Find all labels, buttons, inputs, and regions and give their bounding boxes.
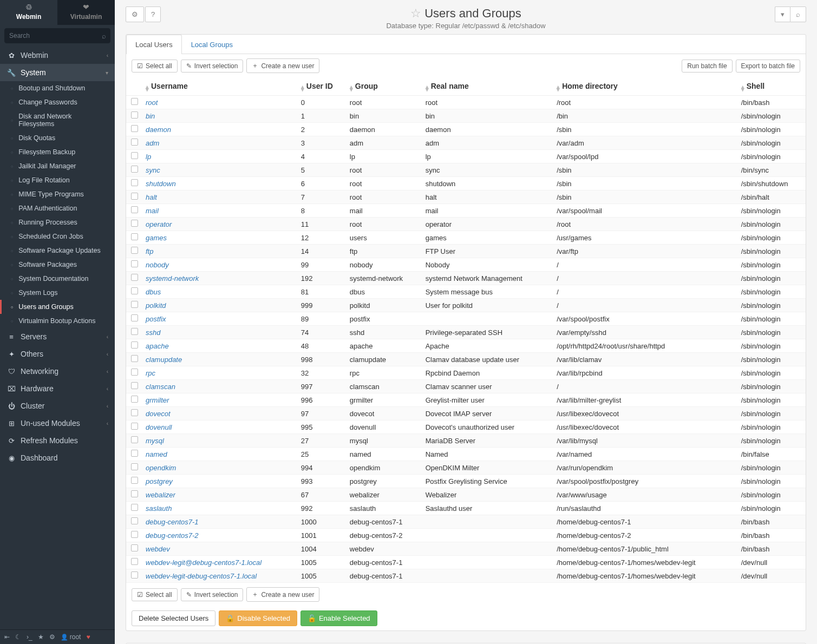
create-user-button[interactable]: ＋Create a new user [246,58,319,73]
heart-icon[interactable]: ♥ [86,633,90,641]
sidebar-search-input[interactable] [4,28,110,43]
row-checkbox[interactable] [131,463,138,470]
row-checkbox[interactable] [131,490,138,497]
column-header-real-name[interactable]: ▴▾Real name [422,77,553,96]
row-checkbox[interactable] [131,423,138,430]
select-all-button[interactable]: ☑Select all [132,60,178,73]
nav-sub-item-scheduled-cron-jobs[interactable]: Scheduled Cron Jobs [0,229,115,244]
row-checkbox[interactable] [131,558,138,565]
nav-sub-item-system-documentation[interactable]: System Documentation [0,272,115,286]
username-link[interactable]: dovecot [146,410,171,418]
row-checkbox[interactable] [131,504,138,511]
select-all-button-bottom[interactable]: ☑Select all [132,588,178,601]
username-link[interactable]: mysql [146,437,164,445]
username-link[interactable]: grmilter [146,396,169,404]
row-checkbox[interactable] [131,287,138,294]
row-checkbox[interactable] [131,341,138,349]
username-link[interactable]: halt [146,193,157,201]
row-checkbox[interactable] [131,328,138,335]
row-checkbox[interactable] [131,409,138,416]
column-header-user-id[interactable]: ▴▾User ID [298,77,347,96]
nav-item-others[interactable]: ✦Others‹ [0,345,115,363]
nav-sub-item-change-passwords[interactable]: Change Passwords [0,95,115,109]
row-checkbox[interactable] [131,274,138,281]
nav-sub-item-software-package-updates[interactable]: Software Package Updates [0,244,115,258]
username-link[interactable]: daemon [146,126,171,134]
nav-item-cluster[interactable]: ⏻Cluster‹ [0,397,115,415]
row-checkbox[interactable] [131,179,138,186]
settings-icon[interactable]: ⚙ [49,633,55,641]
nav-sub-item-bootup-and-shutdown[interactable]: Bootup and Shutdown [0,81,115,95]
row-checkbox[interactable] [131,396,138,403]
nav-item-un-used-modules[interactable]: ⊞Un-used Modules‹ [0,415,115,432]
nav-item-system[interactable]: 🔧System▾ [0,64,115,81]
invert-selection-button[interactable]: ✎Invert selection [181,60,244,73]
row-checkbox[interactable] [131,477,138,484]
night-mode-icon[interactable]: ☾ [15,633,21,641]
nav-sub-item-mime-type-programs[interactable]: MIME Type Programs [0,187,115,201]
row-checkbox[interactable] [131,301,138,308]
username-link[interactable]: saslauth [146,504,172,512]
row-checkbox[interactable] [131,260,138,267]
nav-sub-item-virtualmin-bootup-actions[interactable]: Virtualmin Bootup Actions [0,314,115,328]
username-link[interactable]: webdev-legit-debug-centos7-1.local [146,572,257,580]
nav-sub-item-disk-quotas[interactable]: Disk Quotas [0,131,115,145]
delete-selected-button[interactable]: Delete Selected Users [132,610,215,626]
filter-button[interactable]: ▾ [775,6,790,22]
username-link[interactable]: polkitd [146,301,166,310]
row-checkbox[interactable] [131,152,138,159]
search-icon[interactable]: ⌕ [102,32,106,40]
create-user-button-bottom[interactable]: ＋Create a new user [246,587,319,602]
username-link[interactable]: systemd-network [146,274,199,282]
username-link[interactable]: sshd [146,328,160,337]
export-batch-button[interactable]: Export to batch file [736,60,800,73]
username-link[interactable]: lp [146,153,151,161]
run-batch-button[interactable]: Run batch file [682,60,732,73]
nav-sub-item-users-and-groups[interactable]: Users and Groups [0,300,115,314]
row-checkbox[interactable] [131,517,138,524]
favorites-icon[interactable]: ★ [38,633,44,641]
row-checkbox[interactable] [131,220,138,227]
username-link[interactable]: apache [146,342,169,350]
nav-item-networking[interactable]: 🛡Networking‹ [0,363,115,380]
collapse-icon[interactable]: ⇤ [4,633,10,641]
username-link[interactable]: rpc [146,369,155,377]
invert-selection-button-bottom[interactable]: ✎Invert selection [181,588,244,601]
row-checkbox[interactable] [131,531,138,538]
disable-selected-button[interactable]: 🔒Disable Selected [219,610,297,626]
terminal-icon[interactable]: ›_ [27,633,32,641]
username-link[interactable]: clamscan [146,383,175,391]
row-checkbox[interactable] [131,98,138,105]
config-button[interactable]: ⚙ [126,6,144,22]
username-link[interactable]: postgrey [146,477,173,485]
nav-sub-item-jailkit-jail-manager[interactable]: Jailkit Jail Manager [0,159,115,173]
row-checkbox[interactable] [131,571,138,579]
nav-item-hardware[interactable]: ⌧Hardware‹ [0,380,115,397]
username-link[interactable]: debug-centos7-1 [146,518,199,526]
row-checkbox[interactable] [131,247,138,254]
username-link[interactable]: webdev [146,545,170,553]
user-badge[interactable]: 👤 root [61,633,81,641]
username-link[interactable]: nobody [146,261,169,269]
nav-sub-item-filesystem-backup[interactable]: Filesystem Backup [0,145,115,159]
column-header-username[interactable]: ▴▾Username [142,77,298,96]
username-link[interactable]: opendkim [146,464,176,472]
username-link[interactable]: bin [146,112,155,120]
username-link[interactable]: dbus [146,288,161,296]
row-checkbox[interactable] [131,193,138,200]
username-link[interactable]: named [146,450,167,458]
row-checkbox[interactable] [131,382,138,389]
row-checkbox[interactable] [131,111,138,119]
nav-item-webmin[interactable]: ✿Webmin‹ [0,47,115,64]
username-link[interactable]: webalizer [146,491,175,499]
enable-selected-button[interactable]: 🔓Enable Selected [300,610,377,626]
row-checkbox[interactable] [131,139,138,146]
tab-local-groups[interactable]: Local Groups [182,35,242,54]
tab-webmin[interactable]: ♲ Webmin [0,0,57,25]
search-button[interactable]: ⌕ [790,6,806,22]
username-link[interactable]: postfix [146,315,166,323]
column-header-group[interactable]: ▴▾Group [347,77,422,96]
row-checkbox[interactable] [131,233,138,240]
username-link[interactable]: sync [146,166,160,174]
nav-sub-item-disk-and-network-filesystems[interactable]: Disk and Network Filesystems [0,109,115,131]
